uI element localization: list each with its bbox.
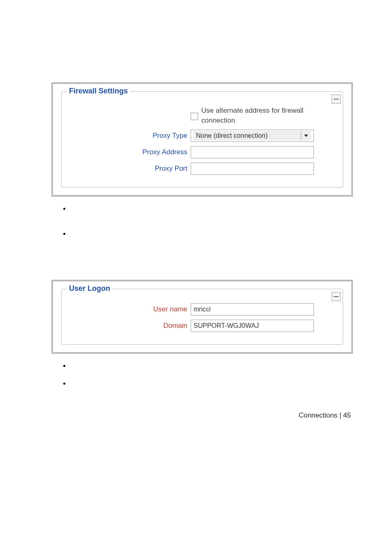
firewall-bullet-list: [70, 205, 392, 237]
user-name-label: User name: [68, 303, 191, 316]
user-logon-panel: User Logon User name Domain: [61, 289, 343, 345]
footer-section: Connections: [299, 411, 338, 419]
use-alternate-address-checkbox[interactable]: [191, 113, 198, 120]
page-footer: Connections | 45: [0, 411, 351, 420]
proxy-type-dropdown[interactable]: None (direct connection): [191, 130, 314, 142]
svg-marker-1: [304, 135, 308, 137]
proxy-port-label: Proxy Port: [68, 162, 191, 175]
proxy-type-row: Proxy Type None (direct connection): [68, 130, 336, 142]
proxy-port-row: Proxy Port: [68, 162, 336, 175]
use-alternate-address-label: Use alternate address for firewall conne…: [201, 106, 326, 125]
domain-input[interactable]: [191, 320, 314, 332]
proxy-type-value: None (direct connection): [194, 131, 301, 141]
proxy-type-label: Proxy Type: [68, 130, 191, 142]
list-item: [70, 230, 392, 237]
list-item: [70, 380, 392, 387]
user-logon-bullet-list: [70, 362, 392, 387]
list-item: [70, 205, 392, 212]
domain-label: Domain: [68, 320, 191, 332]
user-name-row: User name: [68, 303, 336, 316]
proxy-address-row: Proxy Address: [68, 146, 336, 158]
user-logon-legend: User Logon: [67, 284, 113, 293]
domain-row: Domain: [68, 320, 336, 332]
firewall-settings-panel: Firewall Settings Use alternate address …: [61, 91, 343, 188]
use-alternate-address-row: Use alternate address for firewall conne…: [68, 106, 336, 125]
chevron-down-icon: [304, 135, 308, 137]
firewall-settings-legend: Firewall Settings: [67, 87, 130, 95]
list-item: [70, 362, 392, 369]
user-name-input[interactable]: [191, 303, 314, 316]
firewall-settings-screenshot: Firewall Settings Use alternate address …: [51, 82, 353, 197]
proxy-type-dropdown-button[interactable]: [301, 131, 311, 141]
footer-page-number: 45: [343, 411, 351, 419]
proxy-address-input[interactable]: [191, 146, 314, 158]
proxy-port-input[interactable]: [191, 162, 314, 175]
proxy-address-label: Proxy Address: [68, 146, 191, 158]
user-logon-screenshot: User Logon User name Domain: [51, 280, 353, 354]
